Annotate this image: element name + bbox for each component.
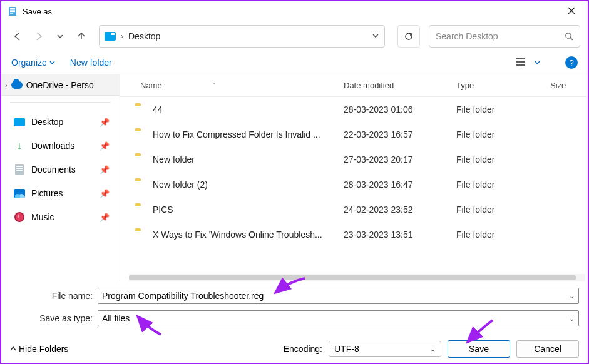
filename-value: Program Compatibility Troubleshooter.reg (102, 291, 264, 301)
chevron-down-icon (535, 60, 540, 66)
column-headers: Name ˄ Date modified Type Size (120, 74, 588, 97)
file-name: New folder (2) (153, 179, 344, 190)
divider (10, 102, 111, 103)
chevron-up-icon (10, 346, 16, 352)
address-bar[interactable]: › Desktop (99, 25, 385, 48)
downloads-icon: ↓ (17, 140, 23, 151)
address-dropdown[interactable] (372, 31, 379, 42)
sidebar-item-label: Music (31, 212, 54, 222)
file-row[interactable]: New folder (2) 28-03-2023 16:47 File fol… (120, 172, 588, 197)
close-button[interactable] (559, 6, 584, 16)
file-name: X Ways to Fix 'Windows Online Troublesh.… (153, 230, 344, 240)
footer: Hide Folders Encoding: UTF-8 ⌄ Save Canc… (1, 335, 588, 363)
desktop-icon (105, 32, 116, 41)
arrow-left-icon (13, 31, 23, 41)
sidebar-item-pictures[interactable]: Pictures 📌 (8, 181, 113, 205)
encoding-label: Encoding: (284, 344, 322, 354)
svg-rect-1 (10, 8, 15, 9)
breadcrumb-separator-icon: › (121, 32, 123, 41)
file-type: File folder (456, 129, 550, 139)
pictures-icon (14, 189, 25, 198)
file-date: 28-03-2023 01:06 (344, 104, 456, 114)
new-folder-button[interactable]: New folder (70, 58, 112, 68)
filename-input[interactable]: Program Compatibility Troubleshooter.reg… (98, 288, 579, 304)
toolbar: Organize New folder ? (1, 51, 588, 74)
up-button[interactable] (73, 28, 90, 45)
search-placeholder: Search Desktop (436, 31, 565, 41)
filename-label: File name: (10, 291, 98, 301)
file-pane: Name ˄ Date modified Type Size 44 28-03-… (120, 74, 588, 281)
file-type: File folder (456, 205, 550, 215)
file-type: File folder (456, 154, 550, 164)
sort-ascending-icon: ˄ (212, 82, 215, 89)
svg-rect-3 (10, 11, 15, 12)
sidebar-item-label: Pictures (31, 188, 63, 198)
onedrive-icon (11, 81, 23, 89)
save-button[interactable]: Save (448, 340, 510, 358)
refresh-button[interactable] (397, 25, 420, 48)
file-row[interactable]: PICS 24-02-2023 23:52 File folder (120, 197, 588, 222)
organize-menu[interactable]: Organize (11, 58, 55, 68)
view-options-button[interactable] (516, 58, 527, 68)
breadcrumb-location[interactable]: Desktop (128, 31, 160, 41)
file-row[interactable]: New folder 27-03-2023 20:17 File folder (120, 147, 588, 172)
file-name: New folder (153, 154, 344, 164)
pin-icon: 📌 (100, 213, 110, 222)
cancel-button[interactable]: Cancel (516, 340, 579, 358)
arrow-up-icon (76, 31, 86, 41)
file-type: File folder (456, 179, 550, 190)
view-dropdown[interactable] (535, 58, 540, 68)
hide-folders-toggle[interactable]: Hide Folders (10, 344, 68, 354)
pin-icon: 📌 (100, 118, 110, 127)
sidebar-item-documents[interactable]: Documents 📌 (8, 158, 113, 181)
sidebar-item-desktop[interactable]: Desktop 📌 (8, 110, 113, 134)
file-name: PICS (153, 205, 344, 215)
search-input[interactable]: Search Desktop (429, 25, 580, 48)
encoding-select[interactable]: UTF-8 ⌄ (329, 341, 441, 357)
title-bar: Save as (1, 1, 588, 21)
horizontal-scrollbar[interactable] (129, 274, 585, 281)
chevron-down-icon[interactable]: ⌄ (569, 315, 575, 323)
column-type[interactable]: Type (456, 81, 550, 90)
nav-bar: › Desktop Search Desktop (1, 21, 588, 51)
refresh-icon (404, 31, 414, 41)
svg-rect-2 (10, 10, 15, 11)
column-name[interactable]: Name (140, 81, 162, 90)
chevron-down-icon (49, 60, 55, 66)
savetype-select[interactable]: All files ⌄ (98, 310, 579, 326)
file-type: File folder (456, 230, 550, 240)
chevron-down-icon (372, 32, 379, 39)
arrow-right-icon (34, 31, 44, 41)
form-area: File name: Program Compatibility Trouble… (1, 281, 588, 335)
file-date: 22-03-2023 16:57 (344, 129, 456, 139)
file-name: How to Fix Compressed Folder Is Invalid … (153, 129, 344, 139)
forward-button[interactable] (30, 28, 48, 45)
sidebar-item-label: OneDrive - Perso (26, 80, 94, 90)
file-date: 23-03-2023 13:51 (344, 230, 456, 240)
sidebar-item-downloads[interactable]: ↓ Downloads 📌 (8, 134, 113, 158)
column-size[interactable]: Size (550, 81, 588, 90)
file-row[interactable]: X Ways to Fix 'Windows Online Troublesh.… (120, 222, 588, 247)
pin-icon: 📌 (100, 165, 110, 174)
sidebar-item-onedrive[interactable]: › OneDrive - Perso (1, 74, 120, 96)
desktop-icon (14, 118, 25, 126)
help-button[interactable]: ? (565, 56, 578, 69)
chevron-down-icon: ⌄ (430, 345, 436, 353)
chevron-down-icon[interactable]: ⌄ (569, 292, 575, 300)
help-icon: ? (569, 58, 573, 68)
sidebar-item-label: Desktop (31, 117, 63, 127)
save-as-dialog: Save as › Desktop Search Desktop Organiz… (0, 0, 589, 364)
savetype-value: All files (102, 313, 130, 323)
sidebar-item-music[interactable]: Music 📌 (8, 205, 113, 229)
recent-dropdown[interactable] (51, 28, 69, 45)
file-row[interactable]: 44 28-03-2023 01:06 File folder (120, 97, 588, 122)
savetype-label: Save as type: (10, 313, 98, 323)
svg-line-8 (570, 38, 573, 40)
column-date[interactable]: Date modified (344, 81, 456, 90)
file-date: 24-02-2023 23:52 (344, 205, 456, 215)
close-icon (568, 7, 575, 14)
pin-icon: 📌 (100, 141, 110, 151)
file-list[interactable]: 44 28-03-2023 01:06 File folder How to F… (120, 97, 588, 274)
file-row[interactable]: How to Fix Compressed Folder Is Invalid … (120, 122, 588, 147)
back-button[interactable] (9, 28, 26, 45)
